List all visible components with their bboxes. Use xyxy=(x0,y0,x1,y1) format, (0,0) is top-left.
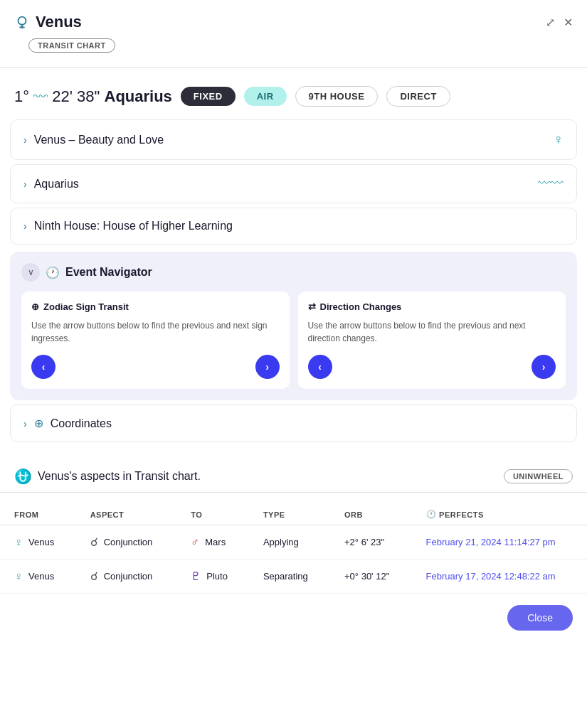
close-x-button[interactable]: ✕ xyxy=(564,16,573,29)
ninth-house-chevron-icon: › xyxy=(23,220,27,232)
aspects-table-body: ♀ Venus ☌ Conjunction ♂ Mars Applying +2… xyxy=(0,525,587,594)
svg-point-0 xyxy=(18,17,26,25)
header-left: Venus xyxy=(14,13,82,31)
zodiac-transit-title: Zodiac Sign Transit xyxy=(43,301,129,312)
col-to: TO xyxy=(176,504,249,525)
row2-perfects-link[interactable]: February 17, 2024 12:48:22 am xyxy=(426,571,556,582)
uninwheel-badge[interactable]: UNINWHEEL xyxy=(504,469,573,483)
direction-prev-button[interactable]: ‹ xyxy=(308,355,332,379)
aquarius-glyph: 〰 xyxy=(33,89,48,105)
row1-aspect-symbol: ☌ xyxy=(90,535,98,549)
event-navigator-header: ∨ 🕐 Event Navigator xyxy=(21,263,566,282)
aquarius-chevron-icon: › xyxy=(23,178,27,190)
venus-from-icon: ♀ xyxy=(14,536,23,549)
row2-aspect-symbol: ☌ xyxy=(90,569,98,583)
row1-orb: +2° 6' 23" xyxy=(330,525,412,560)
row1-to: ♂ Mars xyxy=(176,525,249,560)
aquarius-section-left: › Aquarius xyxy=(23,178,79,191)
row2-aspect: ☌ Conjunction xyxy=(76,560,177,594)
coordinates-chevron-icon: › xyxy=(23,418,27,429)
table-row: ♀ Venus ☌ Conjunction ♇ Pluto Separating… xyxy=(0,560,587,594)
coordinates-section-title: Coordinates xyxy=(51,417,112,430)
page-title: Venus xyxy=(36,13,82,31)
aspects-title-area: ⛎ Venus's aspects in Transit chart. xyxy=(14,468,201,485)
coordinates-section[interactable]: › ⊕ Coordinates xyxy=(10,405,577,442)
event-navigator-grid: ⊕ Zodiac Sign Transit Use the arrow butt… xyxy=(21,291,566,389)
row2-orb: +0° 30' 12" xyxy=(330,560,412,594)
transit-badge: TRANSIT CHART xyxy=(28,38,115,53)
degree-number: 1° xyxy=(14,87,29,105)
air-badge[interactable]: AIR xyxy=(244,87,287,106)
expand-button[interactable]: ⤢ xyxy=(546,16,555,29)
venus-symbol-icon: ♀ xyxy=(553,132,564,148)
position-row: 1° 〰 22' 38" Aquarius FIXED AIR 9TH HOUS… xyxy=(0,79,587,119)
venus-section-header[interactable]: › Venus – Beauty and Love ♀ xyxy=(11,120,576,159)
zodiac-transit-desc: Use the arrow buttons below to find the … xyxy=(31,319,280,345)
coordinates-section-left: › ⊕ Coordinates xyxy=(23,417,112,430)
sign-name: Aquarius xyxy=(105,87,172,105)
direction-changes-title: Direction Changes xyxy=(320,301,402,312)
col-from: FROM xyxy=(0,504,76,525)
aspects-astro-icon: ⛎ xyxy=(14,468,32,485)
row1-type: Applying xyxy=(249,525,330,560)
aspects-title-text: Venus's aspects in Transit chart. xyxy=(38,470,201,483)
zodiac-transit-icon: ⊕ xyxy=(31,301,39,312)
zodiac-next-button[interactable]: › xyxy=(255,355,280,379)
row1-perfects[interactable]: February 21, 2024 11:14:27 pm xyxy=(412,525,587,560)
zodiac-prev-button[interactable]: ‹ xyxy=(31,355,55,379)
row1-aspect: ☌ Conjunction xyxy=(76,525,177,560)
row1-from: ♀ Venus xyxy=(0,525,76,560)
venus-planet-icon xyxy=(14,14,30,30)
event-navigator-section: ∨ 🕐 Event Navigator ⊕ Zodiac Sign Transi… xyxy=(10,252,577,400)
aquarius-section-title: Aquarius xyxy=(34,178,79,191)
row2-type: Separating xyxy=(249,560,330,594)
event-navigator-clock-icon: 🕐 xyxy=(46,266,60,279)
aspects-table-head: FROM ASPECT TO TYPE ORB 🕐 PERFECTS xyxy=(0,504,587,525)
direction-next-button[interactable]: › xyxy=(532,355,556,379)
direction-changes-desc: Use the arrow buttons below to find the … xyxy=(308,319,556,345)
row1-aspect-name: Conjunction xyxy=(104,537,153,547)
event-navigator-title: Event Navigator xyxy=(65,266,152,279)
perfects-clock-icon: 🕐 xyxy=(426,510,437,519)
table-row: ♀ Venus ☌ Conjunction ♂ Mars Applying +2… xyxy=(0,525,587,560)
aquarius-section[interactable]: › Aquarius 〰〰 xyxy=(10,164,577,203)
header-divider xyxy=(0,67,587,68)
zodiac-transit-header: ⊕ Zodiac Sign Transit xyxy=(31,301,280,312)
event-navigator-collapse-button[interactable]: ∨ xyxy=(21,263,40,282)
ninth-house-section[interactable]: › Ninth House: House of Higher Learning xyxy=(10,208,577,245)
aspects-table: FROM ASPECT TO TYPE ORB 🕐 PERFECTS ♀ Ven… xyxy=(0,504,587,594)
venus-section-title: Venus – Beauty and Love xyxy=(34,134,164,146)
seconds: 38" xyxy=(77,87,100,105)
table-header-row: FROM ASPECT TO TYPE ORB 🕐 PERFECTS xyxy=(0,504,587,525)
direction-changes-arrows: ‹ › xyxy=(308,355,556,379)
row1-from-name: Venus xyxy=(28,537,54,547)
zodiac-transit-box: ⊕ Zodiac Sign Transit Use the arrow butt… xyxy=(21,291,290,389)
pluto-icon: ♇ xyxy=(191,569,201,583)
ninth-house-section-header[interactable]: › Ninth House: House of Higher Learning xyxy=(11,208,576,244)
row2-from-name: Venus xyxy=(28,571,54,582)
ninth-house-section-title: Ninth House: House of Higher Learning xyxy=(34,220,233,232)
perfects-label: PERFECTS xyxy=(439,510,484,519)
close-button[interactable]: Close xyxy=(507,605,573,631)
direction-changes-header: ⇄ Direction Changes xyxy=(308,301,556,312)
row1-to-name: Mars xyxy=(205,537,226,547)
row2-from: ♀ Venus xyxy=(0,560,76,594)
minutes: 22' xyxy=(52,87,73,105)
row1-perfects-link[interactable]: February 21, 2024 11:14:27 pm xyxy=(426,537,556,547)
direct-badge[interactable]: DIRECT xyxy=(386,86,450,107)
coordinates-target-icon: ⊕ xyxy=(34,417,43,430)
header-actions: ⤢ ✕ xyxy=(546,16,573,29)
aquarius-section-header[interactable]: › Aquarius 〰〰 xyxy=(11,165,576,203)
venus-section[interactable]: › Venus – Beauty and Love ♀ xyxy=(10,119,577,160)
col-type: TYPE xyxy=(249,504,330,525)
house-badge[interactable]: 9TH HOUSE xyxy=(295,86,379,107)
fixed-badge[interactable]: FIXED xyxy=(181,87,236,106)
ninth-house-section-left: › Ninth House: House of Higher Learning xyxy=(23,220,233,232)
row2-perfects[interactable]: February 17, 2024 12:48:22 am xyxy=(412,560,587,594)
col-orb: ORB xyxy=(330,504,412,525)
row2-to: ♇ Pluto xyxy=(176,560,249,594)
direction-changes-icon: ⇄ xyxy=(308,301,316,312)
row2-aspect-name: Conjunction xyxy=(104,571,153,582)
coordinates-section-header[interactable]: › ⊕ Coordinates xyxy=(11,405,576,441)
mars-icon: ♂ xyxy=(191,536,199,549)
